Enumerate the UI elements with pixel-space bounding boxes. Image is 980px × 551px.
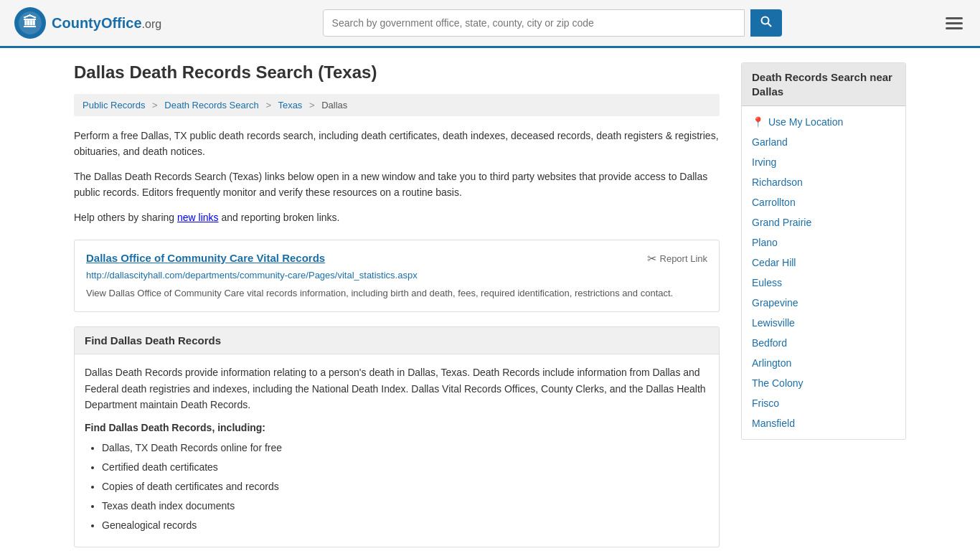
- main-content: Dallas Death Records Search (Texas) Publ…: [74, 62, 720, 551]
- sidebar-item-carrollton[interactable]: Carrollton: [742, 192, 905, 212]
- sidebar-item-cedar-hill[interactable]: Cedar Hill: [742, 253, 905, 273]
- svg-point-3: [761, 17, 768, 24]
- logo-area: 🏛 CountyOffice.org: [14, 7, 161, 39]
- record-card-header: Dallas Office of Community Care Vital Re…: [86, 252, 707, 265]
- logo-text: CountyOffice.org: [52, 15, 161, 32]
- sidebar-item-the-colony[interactable]: The Colony: [742, 373, 905, 393]
- breadcrumb: Public Records > Death Records Search > …: [74, 94, 720, 116]
- record-description: View Dallas Office of Community Care vit…: [86, 286, 707, 301]
- sidebar-item-garland[interactable]: Garland: [742, 132, 905, 152]
- sidebar-item-grand-prairie[interactable]: Grand Prairie: [742, 212, 905, 232]
- sidebar-item-euless[interactable]: Euless: [742, 273, 905, 293]
- find-records-text: Dallas Death Records provide information…: [85, 364, 709, 413]
- use-my-location-link[interactable]: Use My Location: [768, 116, 843, 128]
- sidebar-body: 📍 Use My Location Garland Irving Richard…: [742, 106, 905, 439]
- sidebar-item-plano[interactable]: Plano: [742, 232, 905, 253]
- find-records-body: Dallas Death Records provide information…: [75, 354, 719, 546]
- location-pin-icon: 📍: [752, 116, 764, 128]
- new-links-link[interactable]: new links: [177, 212, 219, 223]
- breadcrumb-texas[interactable]: Texas: [278, 100, 302, 110]
- record-title-link[interactable]: Dallas Office of Community Care Vital Re…: [86, 252, 325, 264]
- sidebar-box: Death Records Search near Dallas 📍 Use M…: [741, 62, 906, 440]
- list-item: Dallas, TX Death Records online for free: [102, 439, 709, 457]
- report-link-button[interactable]: ✂ Report Link: [647, 252, 707, 265]
- search-icon: [760, 16, 772, 27]
- record-card: Dallas Office of Community Care Vital Re…: [74, 240, 720, 313]
- sidebar-item-lewisville[interactable]: Lewisville: [742, 313, 905, 333]
- sidebar-item-richardson[interactable]: Richardson: [742, 172, 905, 192]
- find-records-section: Find Dallas Death Records Dallas Death R…: [74, 326, 720, 547]
- main-container: Dallas Death Records Search (Texas) Publ…: [60, 48, 920, 551]
- search-input[interactable]: [323, 9, 745, 37]
- sidebar-use-location[interactable]: 📍 Use My Location: [742, 112, 905, 132]
- menu-button[interactable]: [943, 14, 966, 32]
- menu-line-2: [946, 22, 963, 24]
- description-2: The Dallas Death Records Search (Texas) …: [74, 169, 720, 201]
- find-label: Find Dallas Death Records, including:: [85, 422, 709, 433]
- search-button[interactable]: [750, 9, 782, 37]
- logo-icon: 🏛: [14, 7, 46, 39]
- svg-text:🏛: 🏛: [23, 14, 37, 30]
- list-item: Copies of death certificates and records: [102, 478, 709, 496]
- menu-line-3: [946, 27, 963, 29]
- list-item: Genealogical records: [102, 517, 709, 534]
- page-title: Dallas Death Records Search (Texas): [74, 62, 720, 83]
- list-item: Certified death certificates: [102, 458, 709, 476]
- description-1: Perform a free Dallas, TX public death r…: [74, 128, 720, 160]
- report-icon: ✂: [647, 252, 656, 265]
- sidebar-item-grapevine[interactable]: Grapevine: [742, 293, 905, 313]
- sidebar-item-frisco[interactable]: Frisco: [742, 393, 905, 413]
- list-item: Texas death index documents: [102, 497, 709, 515]
- find-records-header: Find Dallas Death Records: [75, 327, 719, 354]
- svg-line-4: [768, 24, 771, 27]
- bullet-list: Dallas, TX Death Records online for free…: [85, 439, 709, 535]
- sidebar-item-mansfield[interactable]: Mansfield: [742, 413, 905, 433]
- description-3: Help others by sharing new links and rep…: [74, 209, 720, 225]
- sidebar-item-arlington[interactable]: Arlington: [742, 353, 905, 373]
- menu-line-1: [946, 17, 963, 19]
- breadcrumb-death-records-search[interactable]: Death Records Search: [164, 100, 259, 110]
- sidebar: Death Records Search near Dallas 📍 Use M…: [741, 62, 906, 551]
- record-url[interactable]: http://dallascityhall.com/departments/co…: [86, 270, 707, 281]
- sidebar-header: Death Records Search near Dallas: [742, 63, 905, 106]
- search-area: [323, 9, 782, 37]
- breadcrumb-public-records[interactable]: Public Records: [83, 100, 145, 110]
- report-link-label: Report Link: [660, 253, 707, 264]
- breadcrumb-dallas: Dallas: [321, 100, 347, 110]
- site-header: 🏛 CountyOffice.org: [0, 0, 980, 48]
- sidebar-item-irving[interactable]: Irving: [742, 152, 905, 172]
- sidebar-item-bedford[interactable]: Bedford: [742, 333, 905, 353]
